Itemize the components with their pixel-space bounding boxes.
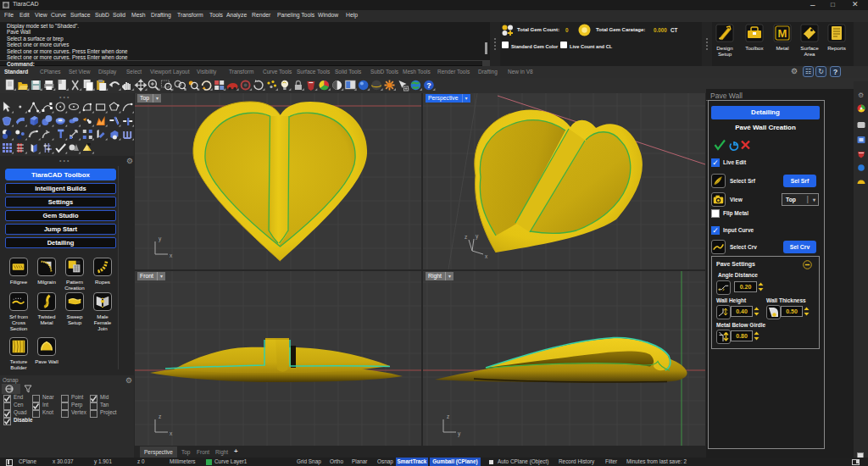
svg-text:z: z: [159, 413, 161, 419]
svg-text:z: z: [465, 234, 467, 240]
svg-text:?: ?: [426, 81, 431, 90]
svg-text:x: x: [485, 253, 488, 259]
svg-text:M: M: [778, 27, 787, 40]
svg-text:y: y: [458, 430, 461, 437]
svg-text:y: y: [476, 233, 479, 240]
svg-text:y: y: [159, 236, 162, 242]
svg-text:z: z: [447, 413, 449, 419]
